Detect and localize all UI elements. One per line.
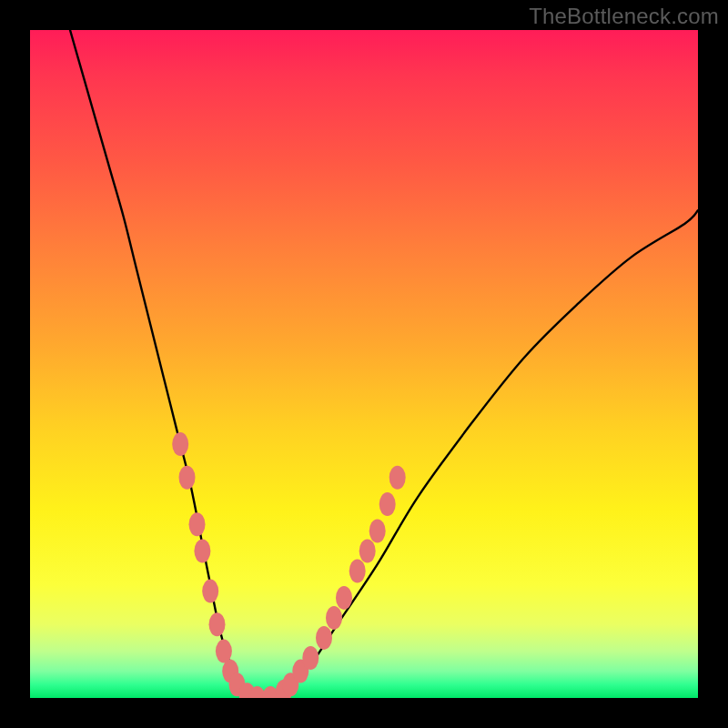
watermark-text: TheBottleneck.com [529, 4, 719, 29]
curve-marker [172, 432, 188, 456]
curve-marker [189, 512, 206, 536]
curve-marker [369, 520, 386, 543]
curve-marker [316, 626, 332, 650]
curve-marker [359, 540, 376, 563]
curve-marker [379, 492, 396, 516]
bottleneck-curve-path [70, 30, 698, 698]
curve-marker [302, 646, 318, 670]
chart-frame: TheBottleneck.com [0, 0, 728, 728]
curve-svg [30, 30, 698, 698]
curve-marker [194, 540, 210, 563]
plot-area [30, 30, 698, 698]
curve-marker [326, 606, 342, 630]
curve-marker [209, 612, 226, 636]
curve-marker [179, 466, 196, 490]
curve-marker [202, 580, 218, 603]
curve-marker [349, 560, 366, 583]
curve-marker [336, 586, 352, 610]
curve-marker [389, 466, 406, 490]
